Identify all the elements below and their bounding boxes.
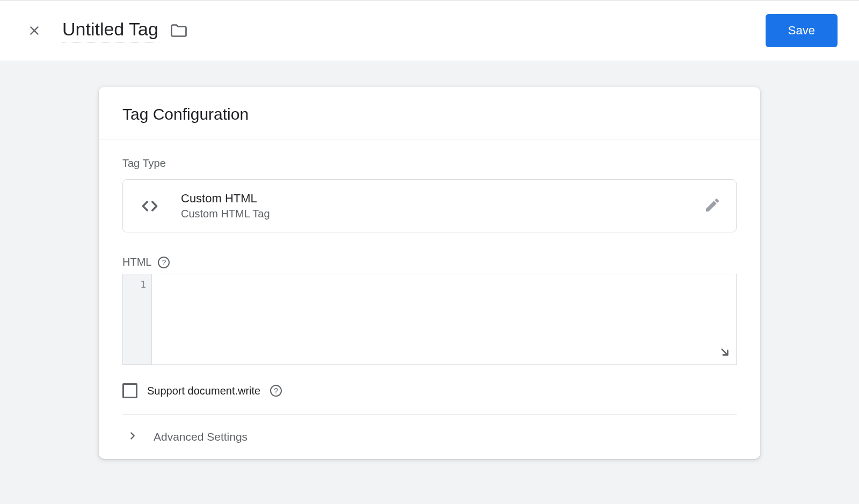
html-help-button[interactable]: ? bbox=[158, 257, 170, 268]
advanced-settings-toggle[interactable]: Advanced Settings bbox=[122, 415, 737, 459]
tag-type-selector[interactable]: Custom HTML Custom HTML Tag bbox=[122, 179, 737, 232]
html-code-input[interactable] bbox=[152, 274, 736, 364]
document-write-checkbox[interactable] bbox=[122, 383, 137, 398]
resize-arrow-icon bbox=[718, 345, 732, 359]
pencil-icon bbox=[704, 196, 721, 214]
edit-tag-type-button[interactable] bbox=[704, 196, 721, 216]
chevron-right-icon bbox=[127, 430, 139, 444]
close-button[interactable] bbox=[21, 18, 47, 43]
folder-button[interactable] bbox=[168, 20, 190, 41]
document-write-label: Support document.write bbox=[147, 385, 260, 397]
advanced-settings-label: Advanced Settings bbox=[154, 430, 247, 443]
tag-type-label: Tag Type bbox=[122, 157, 737, 170]
editor-gutter: 1 bbox=[123, 274, 152, 364]
top-bar: Untitled Tag Save bbox=[0, 0, 859, 61]
folder-icon bbox=[169, 21, 188, 40]
editor-resize-handle[interactable] bbox=[718, 345, 732, 361]
close-icon bbox=[27, 23, 42, 38]
tag-type-desc: Custom HTML Tag bbox=[181, 208, 704, 220]
tag-type-name: Custom HTML bbox=[181, 192, 704, 206]
code-icon bbox=[138, 194, 162, 218]
line-number: 1 bbox=[123, 279, 146, 290]
tag-config-card: Tag Configuration Tag Type Custom HTML C… bbox=[99, 87, 760, 459]
save-button[interactable]: Save bbox=[766, 14, 838, 47]
tag-title-input[interactable]: Untitled Tag bbox=[62, 19, 158, 42]
html-field-label: HTML bbox=[122, 256, 151, 268]
html-editor: 1 bbox=[122, 274, 737, 365]
document-write-row: Support document.write ? bbox=[122, 383, 737, 415]
document-write-help-button[interactable]: ? bbox=[270, 385, 282, 397]
card-title: Tag Configuration bbox=[122, 105, 737, 123]
